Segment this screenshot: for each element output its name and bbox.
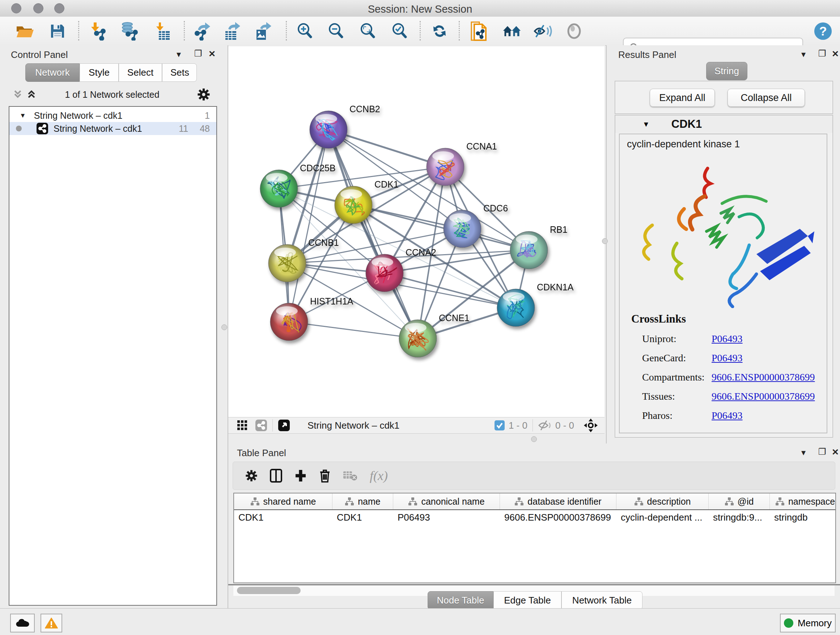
export-table-button[interactable] xyxy=(222,22,242,41)
horizontal-splitter-handle[interactable] xyxy=(531,436,537,442)
string-network-graph[interactable]: CCNB2CCNA1CDC25BCDK1CDC6RB1CCNB1CCNA2CDK… xyxy=(228,46,605,417)
network-collection-row[interactable]: ▼ String Network – cdk1 1 xyxy=(9,109,216,122)
hidden-eye-slash-icon[interactable] xyxy=(538,420,552,431)
network-options-gear-icon[interactable] xyxy=(197,88,210,101)
tab-network[interactable]: Network xyxy=(25,63,80,82)
import-string-network-button[interactable] xyxy=(469,22,488,41)
column-header-namespace[interactable]: namespace xyxy=(770,494,836,509)
open-session-button[interactable] xyxy=(15,22,35,41)
node-CDC25B[interactable]: CDC25B xyxy=(260,163,336,207)
show-graphics-details-button[interactable] xyxy=(564,22,584,41)
tab-edge-table[interactable]: Edge Table xyxy=(493,591,561,610)
zoom-in-button[interactable] xyxy=(295,22,315,41)
close-panel-icon[interactable]: ✕ xyxy=(832,447,839,457)
export-image-button[interactable] xyxy=(253,22,273,41)
close-panel-icon[interactable]: ✕ xyxy=(832,49,839,59)
column-header-name[interactable]: name xyxy=(332,494,393,509)
column-header-description[interactable]: description xyxy=(616,494,709,509)
memory-button[interactable]: Memory xyxy=(780,614,836,632)
section-expander-icon[interactable]: ▼ xyxy=(643,120,650,128)
edge-CCNB2-HIST1H1A[interactable] xyxy=(289,130,328,322)
expand-all-tree-icon[interactable] xyxy=(26,89,37,100)
cloud-icon xyxy=(15,618,30,628)
crosslink-link[interactable]: 9606.ENSP00000378699 xyxy=(712,371,815,383)
node-RB1[interactable]: RB1 xyxy=(510,225,568,269)
show-columns-icon[interactable] xyxy=(270,469,282,483)
column-header-shared-name[interactable]: shared name xyxy=(234,494,332,509)
import-network-file-button[interactable] xyxy=(88,22,108,41)
node-CCNA1[interactable]: CCNA1 xyxy=(426,141,497,186)
import-table-button[interactable] xyxy=(153,22,172,41)
center-view-crosshair-icon[interactable] xyxy=(584,418,598,432)
column-header-database-identifier[interactable]: database identifier xyxy=(500,494,616,509)
tab-sets[interactable]: Sets xyxy=(162,63,197,82)
selected-checkbox-icon[interactable] xyxy=(494,420,505,431)
table-cell[interactable]: stringdb:9... xyxy=(709,510,766,524)
table-cell[interactable]: stringdb xyxy=(770,510,836,524)
export-network-button[interactable] xyxy=(193,22,212,41)
table-cell[interactable]: 9606.ENSP00000378699 xyxy=(500,510,612,524)
node-CCNB1[interactable]: CCNB1 xyxy=(268,238,339,282)
collapse-all-tree-icon[interactable] xyxy=(12,89,23,100)
float-panel-icon[interactable]: ▾ xyxy=(801,49,806,59)
save-session-button[interactable] xyxy=(48,22,67,41)
toolbar-separator xyxy=(272,419,273,432)
column-header-canonical-name[interactable]: canonical name xyxy=(393,494,500,509)
float-panel-icon[interactable]: ▾ xyxy=(801,448,806,458)
table-cell[interactable]: P06493 xyxy=(393,510,496,524)
tab-network-table[interactable]: Network Table xyxy=(561,591,643,610)
scrollbar-thumb[interactable] xyxy=(237,587,301,594)
vertical-splitter-handle[interactable] xyxy=(602,238,608,244)
string-home-button[interactable] xyxy=(502,22,522,41)
table-cell[interactable]: CDK1 xyxy=(234,510,328,524)
node-HIST1H1A[interactable]: HIST1H1A xyxy=(270,296,354,340)
cloud-button[interactable] xyxy=(10,614,35,632)
collapse-all-button[interactable]: Collapse All xyxy=(728,89,805,107)
crosslink-link[interactable]: P06493 xyxy=(712,333,743,345)
zoom-selected-button[interactable] xyxy=(390,22,409,41)
hide-enhanced-labels-button[interactable] xyxy=(533,22,553,41)
maximize-panel-icon[interactable]: ❐ xyxy=(818,49,826,59)
import-network-database-button[interactable] xyxy=(119,22,139,41)
gene-section-header[interactable]: ▼ CDK1 xyxy=(615,116,832,133)
tab-node-table[interactable]: Node Table xyxy=(428,591,493,610)
node-CDKN1A[interactable]: CDKN1A xyxy=(497,282,574,326)
table-cell[interactable]: cyclin-dependent ... xyxy=(616,510,704,524)
close-panel-icon[interactable]: ✕ xyxy=(208,49,216,59)
expand-all-button[interactable]: Expand All xyxy=(650,89,715,107)
crosslink-link[interactable]: P06493 xyxy=(712,410,743,421)
maximize-panel-icon[interactable]: ❐ xyxy=(818,447,826,457)
maximize-panel-icon[interactable]: ❐ xyxy=(194,49,202,59)
vertical-splitter-handle[interactable] xyxy=(221,325,227,330)
column-header-@id[interactable]: @id xyxy=(709,494,770,509)
tab-string[interactable]: String xyxy=(706,62,747,80)
crosslink-link[interactable]: P06493 xyxy=(712,352,743,364)
table-options-gear-icon[interactable] xyxy=(245,470,257,482)
tree-expander-icon[interactable]: ▼ xyxy=(19,112,26,119)
zoom-fit-button[interactable] xyxy=(358,22,378,41)
crosslink-row: Tissues:9606.ENSP00000378699 xyxy=(642,391,827,402)
edge-CCNB2-CCNE1[interactable] xyxy=(328,130,418,339)
function-builder-fx-icon[interactable]: f(x) xyxy=(370,468,388,483)
delete-table-icon[interactable] xyxy=(343,470,357,481)
detach-view-icon[interactable] xyxy=(278,419,290,432)
results-panel-title: Results Panel xyxy=(618,49,676,60)
create-column-plus-icon[interactable] xyxy=(294,469,307,483)
warnings-button[interactable] xyxy=(41,614,62,632)
delete-column-trash-icon[interactable] xyxy=(319,469,331,483)
birdseye-grid-icon[interactable] xyxy=(237,420,248,431)
float-panel-icon[interactable]: ▾ xyxy=(177,49,181,59)
node-CDC6[interactable]: CDC6 xyxy=(444,203,508,248)
network-overview-icon[interactable] xyxy=(255,419,267,432)
help-button[interactable]: ? xyxy=(813,22,833,41)
edge-HIST1H1A-CCNE1[interactable] xyxy=(289,322,418,339)
table-cell[interactable]: CDK1 xyxy=(332,510,389,524)
network-canvas[interactable]: CCNB2CCNA1CDC25BCDK1CDC6RB1CCNB1CCNA2CDK… xyxy=(228,46,605,417)
crosslink-link[interactable]: 9606.ENSP00000378699 xyxy=(712,391,815,402)
tab-select[interactable]: Select xyxy=(118,63,162,82)
zoom-out-button[interactable] xyxy=(326,22,346,41)
tab-style[interactable]: Style xyxy=(80,63,118,82)
expand-collapse-box: Expand All Collapse All xyxy=(615,81,833,114)
network-row-selected[interactable]: String Network – cdk1 11 48 xyxy=(9,122,216,135)
apply-layout-button[interactable] xyxy=(430,22,449,41)
